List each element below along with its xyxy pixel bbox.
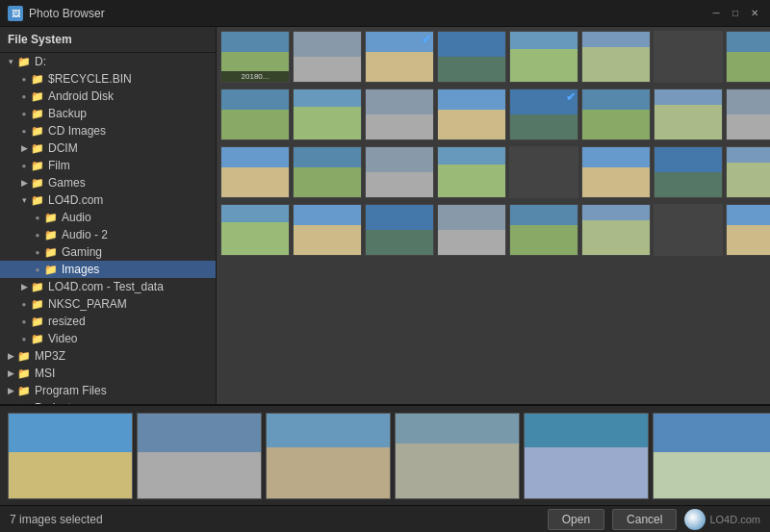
tree-toggle[interactable]: ▶ [17,176,31,190]
tree-item-games[interactable]: ▶📁Games [0,174,216,191]
tree-toggle[interactable]: ▶ [17,141,31,155]
thumbnail-cell[interactable]: ✔ [726,204,770,256]
folder-icon: 📁 [44,246,58,259]
thumbnail-cell[interactable] [581,89,651,140]
tree-item-nksc[interactable]: ●📁NKSC_PARAM [0,295,216,313]
thumbnail-cell[interactable] [365,204,434,256]
thumbnail-cell[interactable] [654,31,723,83]
tree-item-images[interactable]: ●📁Images [0,261,216,278]
folder-icon: 📁 [31,333,44,345]
folder-icon: 📁 [44,264,58,276]
thumbnail-cell[interactable] [437,146,506,198]
thumbnail-image [294,147,361,197]
thumbnail-cell[interactable] [654,204,723,256]
thumbnail-cell[interactable] [220,89,290,140]
thumbnail-image: ✔ [366,32,433,82]
thumbnail-cell[interactable] [437,204,506,256]
thumbnail-cell[interactable] [581,146,651,198]
thumbnail-cell[interactable] [581,31,651,83]
status-text: 7 images selected [10,513,103,526]
tree-bullet: ● [31,211,44,224]
tree-item-mp3z[interactable]: ▶📁MP3Z [0,347,216,365]
strip-thumb-2[interactable] [266,413,391,499]
thumbnail-cell[interactable] [293,89,362,140]
tree-item-audio[interactable]: ●📁Audio [0,209,216,226]
file-tree: ▾📁D:●📁$RECYCLE.BIN●📁Android Disk●📁Backup… [0,53,216,404]
window-controls: ─ □ ✕ [708,6,762,21]
tree-item-recycle[interactable]: ●📁$RECYCLE.BIN [0,70,216,88]
check-mark-icon: ✔ [422,33,431,46]
tree-toggle[interactable]: ▾ [4,55,17,68]
tree-item-gaming[interactable]: ●📁Gaming [0,243,216,261]
tree-item-audio2[interactable]: ●📁Audio - 2 [0,226,216,243]
thumbnail-cell[interactable] [293,31,362,83]
tree-bullet: ● [17,124,31,138]
thumbnail-cell[interactable] [509,31,578,83]
thumbnail-cell[interactable] [654,146,723,198]
thumbnail-cell[interactable] [437,31,506,83]
thumbnail-cell[interactable] [509,146,578,198]
thumbnail-cell[interactable] [293,204,362,256]
thumbnail-cell[interactable]: ✔ [726,89,770,140]
tree-toggle[interactable]: ▶ [4,384,17,397]
thumbnails-area[interactable]: 20180...✔✔✔✔✔✔ [217,27,770,404]
tree-toggle[interactable]: ▶ [4,367,17,380]
thumbnail-cell[interactable] [220,204,290,256]
thumbnail-cell[interactable] [365,89,434,140]
tree-toggle[interactable]: ▶ [4,401,17,404]
tree-label: $RECYCLE.BIN [48,72,132,86]
tree-label: resized [48,315,86,328]
tree-item-lo4d-test[interactable]: ▶📁LO4D.com - Test_data [0,278,216,295]
thumbnail-cell[interactable] [293,146,362,198]
close-button[interactable]: ✕ [747,6,762,21]
thumbnail-cell[interactable] [581,204,651,256]
strip-thumb-0[interactable] [8,413,133,499]
tree-item-lo4d[interactable]: ▾📁LO4D.com [0,191,216,209]
tree-item-android[interactable]: ●📁Android Disk [0,88,216,105]
thumbnail-cell[interactable]: 20180... [220,31,290,83]
thumbnail-image: 20180... [221,32,289,82]
tree-item-programfiles[interactable]: ▶📁Program Files [0,382,216,399]
folder-icon: 📁 [31,298,44,311]
tree-item-backup[interactable]: ●📁Backup [0,105,216,122]
thumbnail-cell[interactable] [726,146,770,198]
maximize-button[interactable]: □ [728,6,743,21]
thumbnail-image [510,32,578,82]
thumbnail-cell[interactable]: ✔ [509,89,578,140]
file-tree-sidebar: File System ▾📁D:●📁$RECYCLE.BIN●📁Android … [0,27,217,404]
tree-item-projects[interactable]: ▶📁Projects [0,399,216,404]
cancel-button[interactable]: Cancel [612,509,677,530]
tree-toggle[interactable]: ▶ [17,280,31,293]
thumbnail-image [366,205,433,255]
tree-item-cdimages[interactable]: ●📁CD Images [0,122,216,139]
thumbnail-cell[interactable] [509,204,578,256]
folder-icon: 📁 [31,108,44,120]
thumbnail-cell[interactable] [437,89,506,140]
tree-item-msi[interactable]: ▶📁MSI [0,365,216,382]
thumbnail-cell[interactable] [654,89,723,140]
strip-thumb-5[interactable] [653,413,770,499]
thumbnail-image [582,147,650,197]
thumbnail-image [294,32,361,82]
tree-item-video[interactable]: ●📁Video [0,330,216,347]
strip-thumb-3[interactable] [395,413,520,499]
thumbnail-cell[interactable] [220,146,290,198]
tree-toggle[interactable]: ▶ [4,349,17,363]
open-button[interactable]: Open [548,509,604,530]
thumbnail-image [654,32,722,82]
selected-images-strip [0,404,770,505]
strip-thumb-4[interactable] [524,413,649,499]
tree-item-resized[interactable]: ●📁resized [0,313,216,330]
thumbnail-cell[interactable] [726,31,770,83]
strip-thumb-1[interactable] [137,413,262,499]
minimize-button[interactable]: ─ [708,6,724,21]
thumbnail-cell[interactable] [365,146,434,198]
thumbnail-image [510,205,578,255]
thumbnail-row-3: ✔ [220,204,770,256]
thumbnail-cell[interactable]: ✔ [365,31,434,83]
tree-item-dcim[interactable]: ▶📁DCIM [0,139,216,157]
tree-item-D[interactable]: ▾📁D: [0,53,216,70]
tree-toggle[interactable]: ▾ [17,193,31,207]
thumbnail-image [438,147,505,197]
tree-item-film[interactable]: ●📁Film [0,157,216,174]
